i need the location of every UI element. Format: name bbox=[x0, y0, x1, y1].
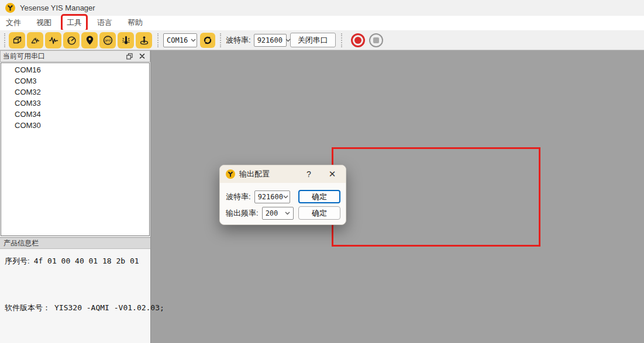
port-list-item[interactable]: COM16 bbox=[1, 65, 149, 76]
ports-panel-title: 当前可用串口 bbox=[3, 51, 122, 61]
dialog-rate-label: 输出频率: bbox=[226, 208, 259, 219]
gauge-button[interactable] bbox=[63, 32, 80, 48]
baud-confirm-button[interactable]: 确定 bbox=[298, 190, 340, 203]
gauge-icon bbox=[66, 35, 77, 46]
record-icon bbox=[354, 37, 361, 44]
software-version-value: YIS320 -AQMI -V01.02.03; bbox=[54, 303, 164, 312]
svg-text:UTC: UTC bbox=[105, 39, 111, 41]
dialog-close-button[interactable]: ✕ bbox=[325, 169, 340, 179]
toolbar-grip[interactable] bbox=[220, 33, 222, 47]
angle-waveform-icon bbox=[30, 35, 41, 46]
ports-panel-header: 当前可用串口 bbox=[0, 50, 150, 62]
port-select-value: COM16 bbox=[167, 36, 188, 44]
baud-rate-row: 波特率: 921600 bbox=[226, 190, 290, 203]
close-panel-icon[interactable] bbox=[137, 51, 147, 61]
probe-button[interactable] bbox=[136, 32, 152, 48]
chevron-down-icon bbox=[283, 195, 288, 199]
menu-tools[interactable]: 工具 bbox=[63, 16, 85, 29]
menu-language[interactable]: 语言 bbox=[94, 16, 116, 29]
cube-3d-icon bbox=[12, 35, 23, 46]
dialog-rate-value: 200 bbox=[266, 209, 278, 217]
serial-number-line: 序列号: 4f 01 00 40 01 18 2b 01 bbox=[5, 256, 139, 266]
refresh-icon bbox=[202, 35, 213, 46]
serial-ports-panel: 当前可用串口 COM16 COM3 COM32 COM33 COM34 COM3… bbox=[0, 50, 151, 343]
window-title: Yesense YIS Manager bbox=[20, 4, 95, 12]
baud-select[interactable]: 921600 bbox=[254, 34, 287, 47]
port-list: COM16 COM3 COM32 COM33 COM34 COM30 bbox=[1, 63, 150, 236]
float-panel-icon[interactable] bbox=[124, 51, 135, 61]
port-list-item[interactable]: COM30 bbox=[1, 120, 149, 131]
toolbar: UTC COM16 波特率: 921600 bbox=[0, 30, 644, 50]
menu-file[interactable]: 文件 bbox=[2, 16, 25, 29]
toolbar-grip[interactable] bbox=[341, 33, 343, 47]
dialog-rate-select[interactable]: 200 bbox=[262, 207, 294, 220]
dialog-baud-select[interactable]: 921600 bbox=[254, 190, 290, 203]
temperature-icon bbox=[120, 35, 132, 46]
port-select[interactable]: COM16 bbox=[163, 33, 197, 47]
refresh-ports-button[interactable] bbox=[200, 33, 215, 48]
menu-help[interactable]: 帮助 bbox=[124, 16, 146, 29]
menu-bar: 文件 视图 工具 语言 帮助 bbox=[0, 16, 644, 30]
rate-confirm-button[interactable]: 确定 bbox=[298, 206, 340, 220]
title-bar: Yesense YIS Manager bbox=[0, 0, 644, 16]
stop-icon bbox=[373, 37, 379, 43]
serial-number-value: 4f 01 00 40 01 18 2b 01 bbox=[34, 257, 139, 265]
utc-clock-button[interactable]: UTC bbox=[99, 32, 116, 48]
product-info-header: 产品信息栏 bbox=[0, 237, 150, 249]
dialog-baud-label: 波特率: bbox=[226, 192, 251, 202]
dialog-help-button[interactable]: ? bbox=[302, 169, 315, 179]
toolbar-grip[interactable] bbox=[4, 33, 6, 47]
dialog-title-bar: 输出配置 ? ✕ bbox=[220, 165, 346, 183]
dialog-logo-icon bbox=[226, 169, 235, 179]
port-list-item[interactable]: COM33 bbox=[1, 98, 149, 109]
location-pin-button[interactable] bbox=[81, 32, 98, 48]
app-logo-icon bbox=[5, 3, 15, 13]
probe-icon bbox=[139, 35, 150, 46]
chevron-down-icon bbox=[285, 212, 290, 215]
chevron-down-icon bbox=[191, 39, 196, 42]
angle-waveform-button[interactable] bbox=[27, 32, 43, 48]
port-list-item[interactable]: COM32 bbox=[1, 87, 149, 98]
dialog-baud-value: 921600 bbox=[258, 193, 283, 201]
baud-select-value: 921600 bbox=[257, 36, 283, 44]
cube-3d-button[interactable] bbox=[9, 32, 25, 48]
record-button[interactable] bbox=[351, 33, 365, 47]
toolbar-grip[interactable] bbox=[157, 33, 160, 47]
annotation-rectangle bbox=[332, 147, 540, 247]
port-list-item[interactable]: COM34 bbox=[1, 109, 149, 120]
menu-view[interactable]: 视图 bbox=[33, 16, 55, 29]
waveform-icon bbox=[48, 35, 59, 46]
utc-clock-icon: UTC bbox=[102, 35, 113, 46]
software-version-label: 软件版本号： bbox=[5, 303, 50, 313]
close-port-button[interactable]: 关闭串口 bbox=[290, 33, 336, 47]
serial-number-label: 序列号: bbox=[5, 256, 30, 266]
port-list-item[interactable]: COM3 bbox=[1, 76, 149, 87]
location-pin-icon bbox=[84, 35, 95, 46]
software-version-line: 软件版本号： YIS320 -AQMI -V01.02.03; bbox=[5, 303, 164, 313]
dialog-title: 输出配置 bbox=[239, 169, 302, 179]
product-info-body: 序列号: 4f 01 00 40 01 18 2b 01 软件版本号： YIS3… bbox=[0, 250, 150, 343]
output-rate-row: 输出频率: 200 bbox=[226, 206, 294, 220]
baud-rate-label: 波特率: bbox=[226, 35, 251, 46]
main-area: 当前可用串口 COM16 COM3 COM32 COM33 COM34 COM3… bbox=[0, 50, 644, 343]
output-config-dialog: 输出配置 ? ✕ 波特率: 921600 确定 输出频率: 200 确定 bbox=[219, 165, 346, 225]
product-info-title: 产品信息栏 bbox=[4, 238, 39, 248]
stop-button[interactable] bbox=[369, 33, 383, 47]
waveform-button[interactable] bbox=[45, 32, 61, 48]
temperature-button[interactable] bbox=[118, 32, 134, 48]
